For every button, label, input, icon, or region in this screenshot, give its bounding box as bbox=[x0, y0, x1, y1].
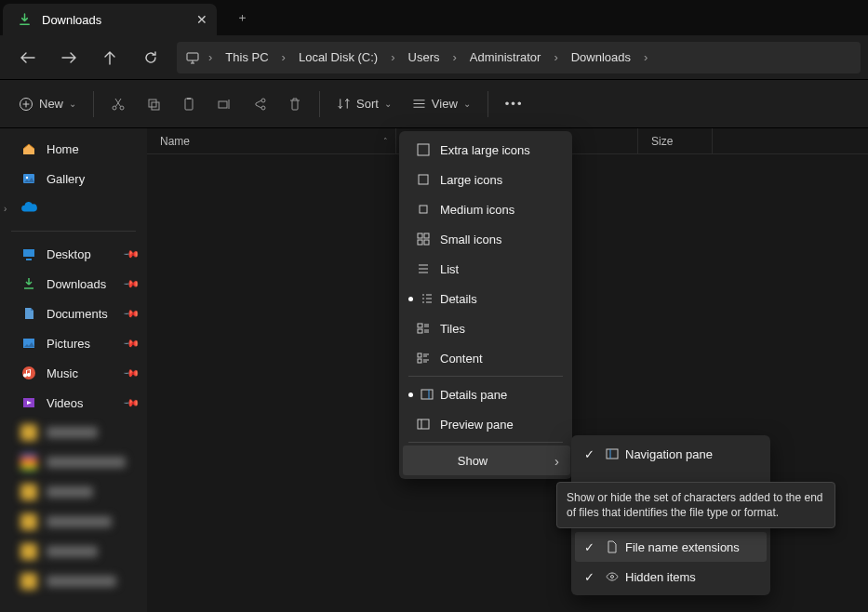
sort-indicator-icon: ˄ bbox=[383, 137, 388, 146]
svg-rect-7 bbox=[187, 98, 191, 100]
sidebar-item-gallery[interactable]: Gallery bbox=[0, 164, 147, 193]
crumb-downloads[interactable]: Downloads bbox=[566, 47, 636, 67]
separator bbox=[319, 91, 320, 117]
svg-rect-17 bbox=[420, 206, 427, 213]
selected-dot-icon bbox=[408, 392, 413, 397]
chevron-right-icon: › bbox=[550, 50, 561, 64]
view-preview-pane[interactable]: Preview pane bbox=[403, 409, 570, 439]
tiles-icon bbox=[416, 321, 431, 336]
content-icon bbox=[416, 351, 431, 366]
sidebar-item-downloads[interactable]: Downloads📌 bbox=[0, 269, 147, 299]
paste-button[interactable] bbox=[172, 87, 206, 121]
svg-rect-26 bbox=[421, 390, 433, 399]
sidebar-item-home[interactable]: Home bbox=[0, 134, 147, 164]
up-button[interactable] bbox=[89, 39, 130, 76]
menu-label: Details pane bbox=[440, 388, 507, 402]
sidebar-item-blurred bbox=[0, 477, 147, 507]
view-medium[interactable]: Medium icons bbox=[403, 194, 570, 224]
cut-button[interactable] bbox=[101, 87, 135, 121]
address-bar[interactable]: › This PC › Local Disk (C:) › Users › Ad… bbox=[177, 42, 861, 73]
svg-rect-8 bbox=[219, 101, 227, 108]
menu-label: Content bbox=[440, 352, 483, 366]
view-list[interactable]: List bbox=[403, 254, 570, 284]
share-button[interactable] bbox=[243, 87, 276, 121]
svg-point-2 bbox=[113, 106, 116, 110]
menu-label: Show bbox=[458, 454, 488, 468]
view-button[interactable]: View ⌄ bbox=[403, 87, 480, 121]
sidebar: Home Gallery › Desktop📌 Downloads📌 Docum… bbox=[0, 128, 147, 612]
toolbar: New ⌄ Sort ⌄ View ⌄ ••• bbox=[0, 80, 868, 128]
details-icon bbox=[420, 291, 434, 306]
delete-button[interactable] bbox=[278, 87, 312, 121]
show-file-ext[interactable]: ✓File name extensions bbox=[575, 532, 767, 562]
show-hidden[interactable]: ✓Hidden items bbox=[575, 562, 767, 592]
menu-label: List bbox=[440, 262, 459, 276]
chevron-right-icon: › bbox=[448, 50, 460, 64]
chevron-down-icon: ⌄ bbox=[69, 99, 76, 109]
view-details[interactable]: Details bbox=[403, 284, 570, 313]
rename-button[interactable] bbox=[207, 87, 241, 121]
svg-rect-15 bbox=[418, 144, 429, 155]
svg-point-29 bbox=[611, 576, 614, 579]
copy-button[interactable] bbox=[137, 87, 170, 121]
view-content[interactable]: Content bbox=[403, 343, 570, 373]
view-extra-large[interactable]: Extra large icons bbox=[403, 135, 570, 165]
sidebar-item-pictures[interactable]: Pictures📌 bbox=[0, 328, 147, 358]
sidebar-item-blurred bbox=[0, 447, 147, 477]
svg-rect-5 bbox=[152, 102, 159, 110]
forward-button[interactable] bbox=[48, 39, 89, 76]
chevron-down-icon: ⌄ bbox=[384, 99, 392, 109]
crumb-this-pc[interactable]: This PC bbox=[220, 47, 274, 67]
file-icon bbox=[605, 539, 620, 554]
crumb-local-disk[interactable]: Local Disk (C:) bbox=[293, 47, 383, 67]
column-name[interactable]: Name ˄ bbox=[147, 128, 396, 153]
md-icon bbox=[416, 202, 431, 217]
svg-rect-28 bbox=[607, 449, 618, 459]
column-size[interactable]: Size bbox=[638, 128, 713, 153]
sidebar-item-music[interactable]: Music📌 bbox=[0, 358, 147, 388]
sidebar-item-label: Videos bbox=[47, 396, 84, 410]
sidebar-item-label: Music bbox=[47, 366, 78, 380]
view-large[interactable]: Large icons bbox=[403, 165, 570, 194]
sort-button[interactable]: Sort ⌄ bbox=[327, 87, 401, 121]
sidebar-item-desktop[interactable]: Desktop📌 bbox=[0, 239, 147, 269]
chevron-right-icon: › bbox=[278, 50, 289, 64]
sidebar-item-documents[interactable]: Documents📌 bbox=[0, 299, 147, 328]
more-button[interactable]: ••• bbox=[496, 87, 533, 121]
view-details-pane[interactable]: Details pane bbox=[403, 379, 570, 409]
svg-rect-27 bbox=[418, 419, 429, 429]
menu-label: Preview pane bbox=[440, 418, 514, 432]
back-button[interactable] bbox=[7, 39, 48, 76]
refresh-button[interactable] bbox=[130, 39, 171, 76]
view-small[interactable]: Small icons bbox=[403, 224, 570, 254]
new-button[interactable]: New ⌄ bbox=[9, 87, 86, 121]
home-icon bbox=[20, 140, 37, 157]
lg-icon bbox=[416, 172, 431, 187]
crumb-administrator[interactable]: Administrator bbox=[464, 47, 547, 67]
view-show-submenu[interactable]: Show bbox=[403, 446, 570, 475]
tab-close-icon[interactable]: ✕ bbox=[196, 12, 207, 27]
sidebar-item-onedrive[interactable]: › bbox=[0, 193, 147, 223]
new-tab-button[interactable]: ＋ bbox=[226, 2, 258, 33]
sidebar-item-label: Desktop bbox=[47, 247, 91, 261]
eye-icon bbox=[605, 569, 620, 584]
monitor-icon bbox=[184, 49, 201, 66]
crumb-users[interactable]: Users bbox=[403, 47, 446, 67]
preview-pane-icon bbox=[416, 417, 431, 432]
menu-label: Extra large icons bbox=[440, 143, 530, 157]
tab-downloads[interactable]: Downloads ✕ bbox=[3, 4, 217, 35]
sidebar-item-blurred bbox=[0, 507, 147, 537]
column-label: Size bbox=[651, 135, 673, 148]
sidebar-item-videos[interactable]: Videos📌 bbox=[0, 388, 147, 418]
chevron-right-icon: › bbox=[205, 50, 216, 64]
chevron-right-icon[interactable]: › bbox=[4, 204, 7, 214]
view-tiles[interactable]: Tiles bbox=[403, 313, 570, 343]
tooltip-text: Show or hide the set of characters added… bbox=[567, 491, 823, 519]
sidebar-item-label: Gallery bbox=[47, 172, 85, 186]
pin-icon: 📌 bbox=[122, 304, 140, 322]
show-nav-pane[interactable]: ✓Navigation pane bbox=[575, 439, 767, 469]
svg-rect-21 bbox=[424, 240, 429, 245]
cloud-icon bbox=[20, 200, 37, 217]
svg-rect-0 bbox=[187, 53, 198, 60]
svg-point-10 bbox=[26, 177, 28, 179]
